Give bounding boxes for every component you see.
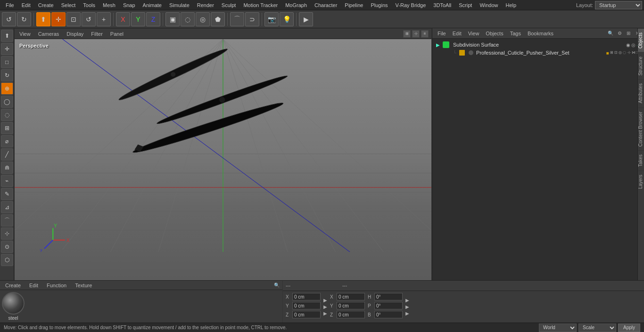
menu-sculpt[interactable]: Sculpt	[218, 1, 240, 9]
viewport[interactable]: View Cameras Display Filter Panel ⊞ ⊹ ≡	[14, 28, 432, 319]
menu-script[interactable]: Script	[455, 1, 476, 9]
world-dropdown[interactable]: World	[539, 324, 577, 332]
menu-3dtoall[interactable]: 3DToAll	[429, 1, 455, 9]
tab-content-browser[interactable]: Content Browser	[638, 107, 644, 150]
hierarchy-item-cuticle-pusher[interactable]: └ Professional_Cuticle_Pusher_Silver_Set…	[440, 49, 644, 57]
viewport-axes-button[interactable]: ⊹	[412, 30, 420, 38]
left-tool-deform[interactable]: ⌀	[1, 135, 13, 147]
x-axis-button[interactable]: X	[116, 12, 130, 26]
viewport-maximize-button[interactable]: ⊞	[403, 30, 411, 38]
material-steel-item[interactable]: steel	[2, 292, 25, 321]
pos-y-input[interactable]	[292, 302, 321, 309]
left-tool-knife[interactable]: ╱	[1, 148, 13, 161]
add-tool-button[interactable]: +	[97, 12, 111, 26]
rot-x-input[interactable]	[337, 293, 365, 300]
apply-button[interactable]: Apply	[618, 324, 640, 332]
material-menu-edit[interactable]: Edit	[27, 282, 41, 289]
menu-pipeline[interactable]: Pipeline	[341, 1, 367, 9]
hierarchy-lock-icon[interactable]: ◎	[631, 42, 636, 48]
circle-select-button[interactable]: ◎	[196, 12, 210, 26]
left-tool-box[interactable]: □	[1, 56, 13, 68]
left-tool-scale[interactable]: ⊞	[1, 122, 13, 134]
light-button[interactable]: 💡	[280, 12, 294, 26]
size-p-input[interactable]	[374, 302, 403, 309]
menu-character[interactable]: Character	[311, 1, 341, 9]
nurbs-button[interactable]: ⊃	[245, 12, 259, 26]
viewport-menu-view[interactable]: View	[17, 30, 33, 38]
object-menu-file[interactable]: File	[435, 30, 448, 37]
hierarchy-item-subdivision[interactable]: ▶ Subdivision Surface ◉ ◎ ✓	[432, 40, 644, 49]
tab-attributes[interactable]: Attributes	[638, 79, 644, 107]
tab-layers[interactable]: Layers	[638, 170, 644, 193]
menu-edit[interactable]: Edit	[18, 1, 34, 9]
viewport-canvas[interactable]: X Y Z Perspective Grid Spacing : 10 cm	[15, 39, 431, 318]
size-b-input[interactable]	[374, 311, 403, 318]
layout-dropdown[interactable]: Startup	[595, 1, 642, 9]
viewport-menu-filter[interactable]: Filter	[89, 30, 104, 38]
left-tool-mirror[interactable]: ⊿	[1, 201, 13, 213]
left-tool-spline[interactable]: ⌒	[1, 214, 13, 227]
left-tool-move[interactable]: ⊕	[1, 82, 13, 95]
size-h-input[interactable]	[374, 293, 403, 300]
render-button[interactable]: ▶	[299, 12, 313, 26]
search-icon[interactable]: 🔍	[607, 30, 614, 37]
scale-tool-button[interactable]: ⊡	[66, 12, 81, 26]
viewport-menu-cameras[interactable]: Cameras	[36, 30, 61, 38]
object-menu-view[interactable]: View	[466, 30, 482, 37]
object-menu-tags[interactable]: Tags	[508, 30, 523, 37]
object-menu-objects[interactable]: Objects	[483, 30, 505, 37]
object-menu-edit[interactable]: Edit	[450, 30, 464, 37]
tab-objects[interactable]: Objects	[638, 28, 644, 52]
rot-y-input[interactable]	[337, 302, 365, 309]
spline-button[interactable]: ⌒	[230, 12, 244, 26]
material-search-icon[interactable]: 🔍	[274, 283, 280, 288]
menu-create[interactable]: Create	[34, 1, 58, 9]
rotate-tool-button[interactable]: ↺	[82, 12, 96, 26]
left-tool-axis[interactable]: ⊹	[1, 227, 13, 240]
tab-takes[interactable]: Takes	[638, 150, 644, 170]
scale-dropdown[interactable]: Scale	[578, 324, 616, 332]
menu-simulate[interactable]: Simulate	[165, 1, 193, 9]
left-tool-snap[interactable]: ⊙	[1, 241, 13, 253]
pos-z-input[interactable]	[292, 311, 321, 318]
settings-icon[interactable]: ⚙	[616, 30, 623, 37]
menu-motion-tracker[interactable]: Motion Tracker	[239, 1, 281, 9]
rot-z-input[interactable]	[337, 311, 365, 318]
viewport-menu-panel[interactable]: Panel	[108, 30, 125, 38]
menu-mograph[interactable]: MoGraph	[281, 1, 311, 9]
object-menu-bookmarks[interactable]: Bookmarks	[525, 30, 556, 37]
lasso-button[interactable]: ◌	[181, 12, 195, 26]
pos-x-input[interactable]	[292, 293, 321, 300]
left-tool-magnet[interactable]: ⋒	[1, 162, 13, 174]
viewport-menu-display[interactable]: Display	[65, 30, 85, 38]
menu-plugins[interactable]: Plugins	[367, 1, 391, 9]
left-tool-crosshair[interactable]: ✛	[1, 43, 13, 55]
menu-help[interactable]: Help	[502, 1, 520, 9]
menu-animate[interactable]: Animate	[139, 1, 165, 9]
menu-tools[interactable]: Tools	[79, 1, 99, 9]
poly-select-button[interactable]: ⬟	[211, 12, 225, 26]
left-tool-paint[interactable]: ✎	[1, 188, 13, 200]
material-menu-create[interactable]: Create	[3, 282, 23, 289]
left-tool-rotate[interactable]: ↻	[1, 69, 13, 81]
left-tool-polygon[interactable]: ⬡	[1, 254, 13, 266]
menu-vray-bridge[interactable]: V-Ray Bridge	[392, 1, 430, 9]
z-axis-button[interactable]: Z	[146, 12, 160, 26]
material-menu-texture[interactable]: Texture	[73, 282, 94, 289]
box-select-button[interactable]: ▣	[165, 12, 180, 26]
move-tool-button[interactable]: ✛	[51, 12, 66, 26]
menu-window[interactable]: Window	[476, 1, 502, 9]
expand-icon[interactable]: ⊞	[625, 30, 632, 37]
material-menu-function[interactable]: Function	[44, 282, 69, 289]
left-tool-sphere[interactable]: ◯	[1, 96, 13, 108]
viewport-settings-button[interactable]: ≡	[421, 30, 429, 38]
undo-button[interactable]: ↺	[2, 12, 16, 26]
left-tool-lasso[interactable]: ◌	[1, 109, 13, 121]
cursor-tool-button[interactable]: ⬆	[36, 12, 50, 26]
menu-file[interactable]: File	[2, 1, 18, 9]
y-axis-button[interactable]: Y	[131, 12, 145, 26]
menu-select[interactable]: Select	[58, 1, 80, 9]
hierarchy-vis-icon[interactable]: ◉	[626, 42, 630, 48]
tab-structure[interactable]: Structure	[638, 52, 644, 80]
camera-button[interactable]: 📷	[264, 12, 279, 26]
